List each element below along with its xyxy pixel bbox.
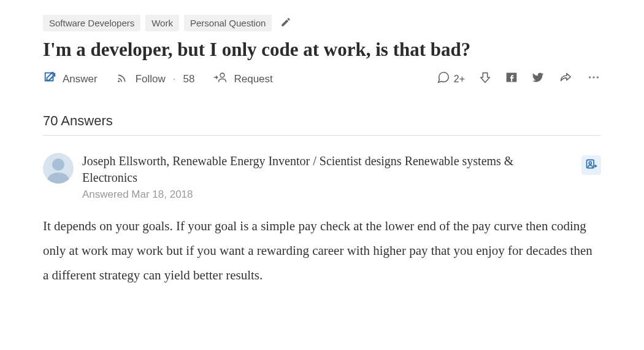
separator: · [173,73,176,85]
facebook-icon[interactable] [505,71,518,87]
answers-header: 70 Answers [43,113,601,136]
follow-user-button[interactable] [581,155,601,175]
follow-button[interactable]: Follow · 58 [116,71,195,87]
rss-icon [116,71,129,87]
request-label: Request [234,73,272,85]
answer-label: Answer [63,73,98,85]
author-name: Joseph Ellsworth [82,154,166,168]
action-bar: Answer Follow · 58 Request 2+ [43,71,601,87]
svg-point-7 [589,161,591,164]
answered-date[interactable]: Answered Mar 18, 2018 [82,189,570,201]
svg-point-3 [592,76,595,79]
comment-icon [437,71,450,87]
answer-button[interactable]: Answer [43,71,98,87]
comment-count: 2+ [454,74,465,85]
twitter-icon[interactable] [531,71,545,87]
follow-count: 58 [183,73,195,85]
follow-label: Follow [136,73,166,85]
comments-button[interactable]: 2+ [437,71,465,87]
more-icon[interactable] [586,71,601,87]
svg-point-4 [597,76,599,79]
topic-pill[interactable]: Work [145,15,179,31]
topic-pill[interactable]: Personal Question [184,15,272,31]
request-icon [213,71,228,87]
compose-icon [43,71,56,87]
answer-header: Joseph Ellsworth, Renewable Energy Inven… [43,153,601,201]
svg-point-1 [220,73,224,77]
edit-icon[interactable] [280,17,291,30]
topic-pill[interactable]: Software Developers [43,15,140,31]
svg-point-0 [118,80,120,82]
person-add-icon [585,158,597,173]
author-byline[interactable]: Joseph Ellsworth, Renewable Energy Inven… [82,153,570,186]
svg-point-2 [589,76,591,79]
share-icon[interactable] [558,71,573,87]
svg-point-5 [52,158,64,171]
topic-row: Software Developers Work Personal Questi… [43,15,601,31]
downvote-icon[interactable] [478,71,492,87]
question-title: I'm a developer, but I only code at work… [43,39,601,61]
avatar[interactable] [43,153,74,184]
answer-body: It depends on your goals. If your goal i… [43,214,601,288]
request-button[interactable]: Request [213,71,272,87]
